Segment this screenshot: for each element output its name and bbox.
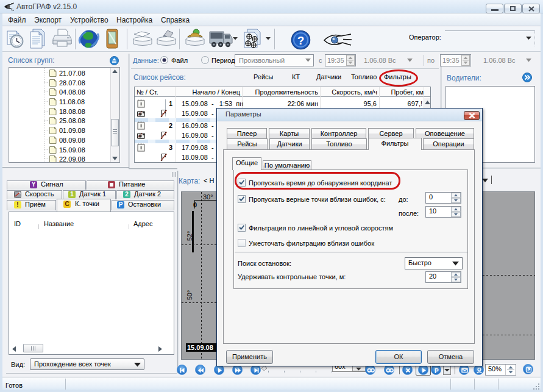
svg-text:?: ? [297, 34, 305, 47]
svg-text:P: P [435, 368, 439, 374]
